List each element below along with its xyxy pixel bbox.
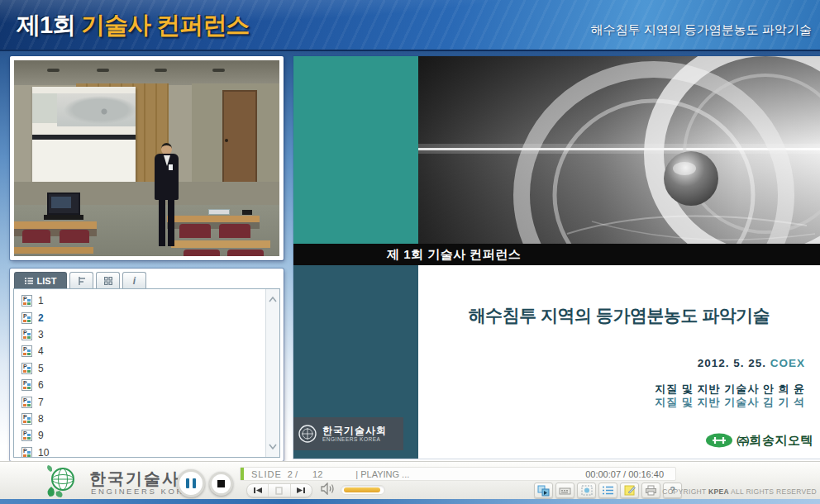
next-slide-button[interactable] <box>290 484 312 497</box>
list-item[interactable]: 7 <box>14 393 279 410</box>
slide-page-icon <box>275 487 283 495</box>
chair <box>179 224 211 238</box>
room-ceiling <box>14 60 279 85</box>
pause-button[interactable] <box>177 469 205 497</box>
slide-file-icon <box>21 379 32 391</box>
list-lines-icon <box>603 486 613 495</box>
slide-total: 12 <box>312 469 322 479</box>
video-panel <box>10 56 284 260</box>
current-slide-button[interactable] <box>268 484 289 497</box>
volume-slider[interactable] <box>341 485 385 495</box>
slide-file-icon <box>21 413 32 425</box>
slide-banner: 제 1회 기술사 컨퍼런스 <box>293 244 820 265</box>
list-item[interactable]: 6 <box>14 377 279 393</box>
status-accent <box>241 468 244 480</box>
chair <box>227 250 264 256</box>
playback-status: | PLAYING ... <box>355 469 409 479</box>
presentation-player: 제1회 기술사 컨퍼런스 해수침투 지역의 등가염분농도 파악기술 <box>0 0 820 504</box>
list-item[interactable]: 4 <box>14 343 279 359</box>
list-scrollbar[interactable] <box>265 289 279 457</box>
slide-file-icon <box>21 345 32 357</box>
tab-info[interactable]: i <box>122 272 146 288</box>
list-item[interactable]: 9 <box>14 427 279 444</box>
slide-teal-block <box>293 56 418 244</box>
slide-viewer: 제 1회 기술사 컨퍼런스 한국기술사회 ENGINEERS KOREA 해수침… <box>293 56 820 459</box>
stop-button[interactable] <box>209 472 233 496</box>
screen-slide-body <box>32 140 136 182</box>
tab-thumbnails[interactable] <box>96 272 120 288</box>
memo-button[interactable] <box>620 483 639 498</box>
lecture-video[interactable] <box>14 60 279 256</box>
info-icon: i <box>133 276 136 286</box>
tool-icon-row: ? <box>534 483 682 498</box>
screen-slide-block <box>32 93 57 123</box>
chair <box>22 230 50 243</box>
slide-company-logo: ㈜희송지오텍 <box>704 432 813 449</box>
slide-file-icon <box>21 447 32 458</box>
swap-view-icon <box>537 485 550 497</box>
list-item[interactable]: 3 <box>14 326 279 343</box>
index-button[interactable] <box>598 483 617 498</box>
chair <box>60 230 89 243</box>
tab-outline[interactable] <box>69 272 93 288</box>
presenter-head <box>161 143 172 155</box>
prev-icon <box>253 487 263 494</box>
time-display: 00:00:07 / 00:16:40 <box>585 469 675 479</box>
table-right <box>167 216 260 222</box>
tab-list-label: LIST <box>37 276 57 286</box>
door-knob <box>225 139 228 142</box>
company-name: ㈜희송지오텍 <box>737 433 813 449</box>
list-item[interactable]: 10 <box>14 445 279 458</box>
copyright-brand: KPEA <box>708 487 729 496</box>
list-item[interactable]: 1 <box>14 292 279 309</box>
laptop <box>47 193 80 215</box>
pause-icon <box>186 478 189 488</box>
prev-slide-button[interactable] <box>247 484 268 497</box>
org-seal-icon <box>298 424 317 444</box>
player-footer: 한국기술사회 ENGINEERS KOREA SLIDE 2 / 12 | PL… <box>0 461 820 499</box>
memo-icon <box>624 485 636 496</box>
page-title-main: 기술사 컨퍼런스 <box>75 12 249 38</box>
company-oval-icon <box>704 432 734 449</box>
slide-org-kr: 한국기술사회 <box>322 426 387 436</box>
slide-list: 1 2 3 4 5 6 7 8 9 10 <box>13 288 280 458</box>
slide-file-icon <box>21 397 32 408</box>
table-front <box>171 240 270 248</box>
table-outlet <box>208 209 230 215</box>
slide-file-icon <box>21 363 32 374</box>
slide-file-icon <box>21 329 32 340</box>
presenter-leg <box>168 200 174 246</box>
slide-org-logo: 한국기술사회 ENGINEERS KOREA <box>293 417 403 450</box>
chair <box>219 224 250 238</box>
slide-author-secondary: 지질 및 지반 기술사 김 기 석 <box>655 395 805 410</box>
keyboard-button[interactable] <box>555 483 574 498</box>
copyright-text: COPYRIGHT KPEA ALL RIGHTS RESERVED <box>662 487 817 496</box>
slide-file-icon <box>21 312 32 324</box>
list-item-selected[interactable]: 2 <box>14 309 279 326</box>
slide-title: 해수침투 지역의 등가염분농도 파악기술 <box>418 304 820 327</box>
slide-file-icon <box>21 295 32 307</box>
list-item[interactable]: 8 <box>14 411 279 427</box>
slide-cover-art <box>418 56 820 244</box>
speaker-icon[interactable] <box>321 483 336 495</box>
capture-icon <box>581 485 593 496</box>
chair <box>184 250 220 256</box>
scroll-up-icon[interactable] <box>269 297 277 302</box>
screen-slide-art <box>57 93 136 126</box>
presenter-leg <box>159 200 165 246</box>
bottom-accent-strip <box>0 499 820 504</box>
tab-list[interactable]: LIST <box>14 272 67 288</box>
scroll-down-icon[interactable] <box>269 444 277 449</box>
slide-file-icon <box>21 430 32 441</box>
capture-button[interactable] <box>577 483 596 498</box>
ceiling-light <box>47 69 60 72</box>
view-mode-button[interactable] <box>534 483 553 498</box>
print-button[interactable] <box>641 483 660 498</box>
slide-venue: COEX <box>766 357 805 369</box>
list-item[interactable]: 5 <box>14 360 279 377</box>
slide-label: SLIDE <box>251 469 282 479</box>
volume-level <box>344 487 380 492</box>
table-left <box>14 221 97 229</box>
ceiling-light <box>155 69 167 72</box>
keyboard-icon <box>559 486 571 496</box>
